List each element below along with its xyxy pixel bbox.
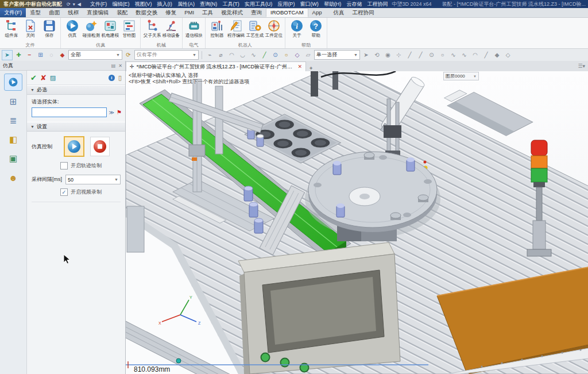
save-button[interactable]: 保存 [40,18,59,42]
menu-application[interactable]: 应用(P) [277,1,295,8]
video-checkbox[interactable]: ✓ [60,188,68,196]
menu-cloud[interactable]: 云存储 [346,1,362,8]
section-settings[interactable]: ▼ 设置 [27,122,125,132]
tab-repair[interactable]: 修复 [161,8,180,17]
entity-filter-icon-10[interactable]: ▱ [303,51,313,60]
slash-tool-icon[interactable]: ╱ [481,51,491,60]
help-button[interactable]: ? 帮助 [306,18,325,42]
menu-inquire[interactable]: 查询(N) [200,1,218,8]
curve-tool-icon[interactable]: ∿ [448,51,458,60]
tab-pmi[interactable]: PMI [180,8,198,17]
circle-tool-icon-2[interactable]: ○ [438,51,447,60]
tab-surface[interactable]: 曲面 [45,8,64,17]
play-simulation-button[interactable] [64,136,84,157]
tab-inquire[interactable]: 查询 [247,8,266,17]
video-checkbox-row[interactable]: ✓ 开启视频录制 [27,184,125,196]
selection-mode-dropdown[interactable]: 单一选择▼ [314,50,360,60]
select-tool-icon[interactable]: ➤ [2,50,13,60]
grid-options-icon[interactable]: ⊞ [36,51,45,60]
ok-button[interactable]: ✔ [30,74,37,82]
strip-simulate-icon[interactable] [4,74,22,91]
snap-icon[interactable]: ⊹ [394,51,404,60]
component-library-button[interactable]: 组件库 [2,18,21,42]
sync-icon[interactable]: ⟳ [67,2,71,7]
panel-close-icon[interactable]: ✕ [118,63,122,68]
parts-filter-dropdown[interactable]: 仅有零件▼ [134,50,199,60]
undo-pick-icon[interactable]: ⟲ [372,51,382,60]
menu-utilities[interactable]: 实用工具(U) [245,1,273,8]
tab-assembly[interactable]: 装配 [113,8,131,17]
entity-filter-icon-1[interactable]: ⌁ [205,51,215,60]
dashed-circle-icon[interactable]: ◌ [47,51,56,60]
strip-user-icon[interactable]: ☻ [5,169,22,186]
tab-pin-icon[interactable]: ✛ [130,64,134,70]
cancel-button[interactable]: ✘ [40,74,47,82]
mobile-device-button[interactable]: 移动设备 [161,18,180,42]
entity-filter-icon-7[interactable]: ⊙ [270,51,280,60]
constraint-icon[interactable]: ◆ [57,51,67,60]
notes-icon[interactable]: ▯ [118,74,122,82]
program-edit-button[interactable]: 程序编辑 [226,18,245,42]
menu-help[interactable]: 帮助(H) [324,1,342,8]
tab-tools[interactable]: 工具 [198,8,217,17]
menu-insert[interactable]: 插入(I) [157,1,172,8]
collision-check-button[interactable]: 碰撞检测 [82,18,100,42]
document-tab[interactable]: ✛ *IMCD验证平台-广州工贸技师 流水线12.Z3 - [IMCD验证平台-… [126,61,306,71]
entity-filter-icon-6[interactable]: ╱ [260,51,269,60]
trace-checkbox-row[interactable]: 开启轨迹绘制 [27,158,125,169]
face-tool-icon-2[interactable]: ◇ [503,51,513,60]
pick-arrow-icon[interactable]: ➤ [361,51,371,60]
stop-simulation-button[interactable] [90,137,110,156]
gantt-chart-button[interactable]: 甘特图 [119,18,138,42]
entity-filter-icon-4[interactable]: ◡ [238,51,247,60]
line-tool-icon[interactable]: ╱ [405,51,415,60]
comm-module-button[interactable]: 通信模块 [184,18,203,42]
menu-view[interactable]: 视图(V) [134,1,152,8]
menu-collab[interactable]: 工程协同 [367,1,388,8]
entity-filter-icon-2[interactable]: ⌀ [216,51,226,60]
tab-wireframe[interactable]: 线框 [64,8,83,17]
strip-image-icon[interactable]: ▣ [5,151,22,167]
strip-constraint-tree-icon[interactable]: ⊞ [5,94,22,110]
strip-hierarchy-icon[interactable]: ≣ [5,113,22,129]
tab-direct-edit[interactable]: 直接编辑 [83,8,113,17]
entity-filter-icon-5[interactable]: ∿ [249,51,258,60]
entity-input[interactable] [32,107,107,117]
tab-shape[interactable]: 造型 [26,8,45,17]
trace-checkbox[interactable] [60,162,68,169]
line-tool-icon-2[interactable]: ╱ [416,51,425,60]
entity-filter-icon-8[interactable]: ○ [281,51,291,60]
canvas-3d[interactable]: <鼠标中键>确认实体输入 选择 <F8>恢复 <Shift+Roll> 查找下一… [126,71,588,374]
scope-filter-dropdown[interactable]: 全部▼ [68,50,122,60]
entity-filter-icon-9[interactable]: ◇ [292,51,302,60]
layer-dropdown[interactable]: 图层0000 ▼ [443,72,479,80]
arc-tool-icon[interactable]: ◠ [470,51,480,60]
tab-list-icon[interactable]: ☰▾ [575,63,588,69]
strip-solid-box-icon[interactable]: ◧ [5,132,22,148]
entity-filter-icon-3[interactable]: ◠ [227,51,237,60]
menu-window[interactable]: 窗口(W) [300,1,319,8]
scene-3d[interactable]: X Y Z 810.093mm [126,71,588,374]
menu-attribute[interactable]: 属性(A) [177,1,195,8]
target-icon[interactable]: ◉ [383,51,393,60]
section-required[interactable]: ▼ 必选 [27,85,125,95]
tab-visual-style[interactable]: 视觉样式 [217,8,247,17]
info-icon[interactable]: i [109,75,115,81]
tab-irobotcam[interactable]: IROBOTCAM [266,8,308,17]
tab-app[interactable]: App [308,8,326,17]
add-entity-icon[interactable]: ✚ [14,51,24,60]
simulate-button[interactable]: 仿真 [63,18,82,42]
quick-access-caret-icon[interactable]: ▾ [73,2,75,7]
collapse-icon[interactable]: ◀ [78,2,81,7]
menu-tools[interactable]: 工具(T) [222,1,239,8]
menu-file[interactable]: 文件(F) [90,1,107,8]
controller-button[interactable]: 控制器 [207,18,226,42]
parent-child-button[interactable]: 父子关系 [142,18,161,42]
mechatronic-model-button[interactable]: 机电建模 [100,18,119,42]
tab-engineering-collab[interactable]: 工程协同 [348,8,378,17]
side-extrusion[interactable] [127,206,144,252]
circle-tool-icon[interactable]: ⊙ [427,51,436,60]
remove-entity-icon[interactable]: − [25,51,34,60]
tab-simulation[interactable]: 仿真 [329,8,348,17]
menu-edit[interactable]: 编辑(E) [112,1,129,8]
